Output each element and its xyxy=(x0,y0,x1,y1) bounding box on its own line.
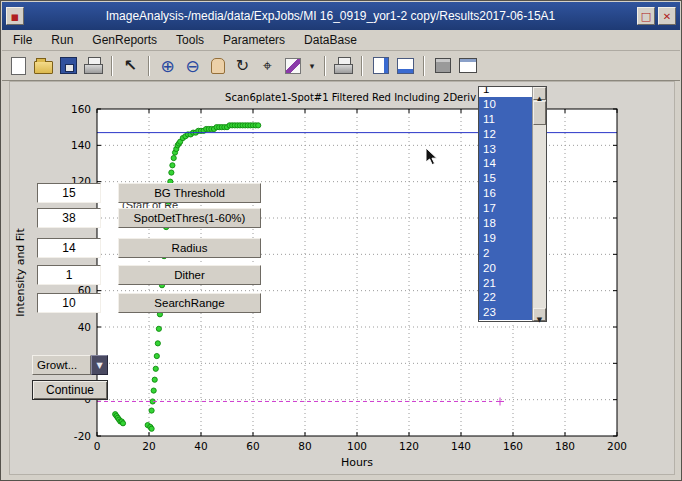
search-range-input[interactable] xyxy=(37,293,101,313)
svg-text:40: 40 xyxy=(78,321,91,333)
colorbar-icon[interactable] xyxy=(369,54,392,77)
svg-text:200: 200 xyxy=(607,440,627,452)
list-item-15[interactable]: 15 xyxy=(479,171,532,186)
brush-icon[interactable] xyxy=(281,54,304,77)
svg-text:40: 40 xyxy=(194,440,207,452)
scrollbar-thumb[interactable] xyxy=(533,101,546,125)
list-item-1[interactable]: 1 xyxy=(479,87,532,97)
brush-caret-icon[interactable]: ▾ xyxy=(306,54,318,77)
growth-dropdown[interactable]: Growt... xyxy=(32,355,108,375)
menu-file[interactable]: File xyxy=(13,33,32,47)
list-item-14[interactable]: 14 xyxy=(479,156,532,171)
svg-text:20: 20 xyxy=(142,440,155,452)
zoom-in-icon[interactable]: ⊕ xyxy=(156,54,179,77)
legend-icon[interactable] xyxy=(394,54,417,77)
menubar: FileRunGenReportsToolsParametersDataBase xyxy=(2,30,680,51)
dropdown-arrow-icon[interactable] xyxy=(91,355,108,375)
menu-run[interactable]: Run xyxy=(51,33,73,47)
svg-text:140: 140 xyxy=(71,139,91,151)
spot-det-thres-input[interactable] xyxy=(37,208,101,228)
window-title: ImageAnalysis-/media/data/ExpJobs/MI 16_… xyxy=(27,9,634,23)
svg-text:60: 60 xyxy=(246,440,259,452)
svg-text:0: 0 xyxy=(94,440,101,452)
menu-parameters[interactable]: Parameters xyxy=(223,33,285,47)
new-document-icon[interactable] xyxy=(7,54,30,77)
toolbar-separator xyxy=(423,56,425,76)
zoom-out-icon[interactable]: ⊖ xyxy=(181,54,204,77)
dither-input[interactable] xyxy=(37,265,101,285)
menu-database[interactable]: DataBase xyxy=(304,33,357,47)
scroll-up-icon[interactable] xyxy=(533,87,546,100)
number-listbox: 110111213141516171819220212223 xyxy=(478,86,547,322)
y-axis-label: Intensity and Fit xyxy=(14,228,27,317)
list-item-2[interactable]: 2 xyxy=(479,246,532,261)
svg-text:80: 80 xyxy=(298,440,311,452)
menu-genreports[interactable]: GenReports xyxy=(92,33,157,47)
figure-area: 020406080100120140160180200-200204060801… xyxy=(9,81,675,475)
data-cursor-icon[interactable]: ⌖ xyxy=(256,54,279,77)
bg-threshold-input[interactable] xyxy=(37,183,101,203)
scroll-down-icon[interactable] xyxy=(533,308,546,321)
print-figure-icon[interactable] xyxy=(332,54,355,77)
open-folder-icon[interactable] xyxy=(32,54,55,77)
close-button[interactable] xyxy=(658,7,676,25)
list-item-17[interactable]: 17 xyxy=(479,201,532,216)
maximize-button[interactable] xyxy=(637,7,655,25)
radius-label-button[interactable]: Radius xyxy=(118,238,261,258)
svg-text:100: 100 xyxy=(347,440,367,452)
svg-text:160: 160 xyxy=(71,103,91,115)
dock-icon[interactable] xyxy=(431,54,454,77)
list-item-12[interactable]: 12 xyxy=(479,127,532,142)
pan-icon[interactable] xyxy=(206,54,229,77)
titlebar: ImageAnalysis-/media/data/ExpJobs/MI 16_… xyxy=(2,2,680,30)
menu-tools[interactable]: Tools xyxy=(176,33,204,47)
radius-input[interactable] xyxy=(37,238,101,258)
toolbar-separator xyxy=(111,56,113,76)
window-menu-button[interactable] xyxy=(6,7,24,25)
svg-text:160: 160 xyxy=(503,440,523,452)
listbox-scrollbar[interactable] xyxy=(532,87,546,321)
toolbar-separator xyxy=(324,56,326,76)
continue-button[interactable]: Continue xyxy=(32,380,108,400)
app-window: ImageAnalysis-/media/data/ExpJobs/MI 16_… xyxy=(0,0,682,481)
toolbar-separator xyxy=(361,56,363,76)
list-item-23[interactable]: 23 xyxy=(479,305,532,320)
rotate-icon[interactable]: ↻ xyxy=(231,54,254,77)
spot-det-thres-label-button[interactable]: SpotDetThres(1-60%) xyxy=(118,208,261,228)
toolbar: ↖⊕⊖↻⌖▾ xyxy=(2,51,680,81)
list-item-16[interactable]: 16 xyxy=(479,186,532,201)
list-item-13[interactable]: 13 xyxy=(479,142,532,157)
toolbar-separator xyxy=(148,56,150,76)
svg-text:140: 140 xyxy=(451,440,471,452)
save-icon[interactable] xyxy=(57,54,80,77)
svg-text:120: 120 xyxy=(399,440,419,452)
search-range-label-button[interactable]: SearchRange xyxy=(118,293,261,313)
listbox-items: 110111213141516171819220212223 xyxy=(479,87,532,321)
list-item-18[interactable]: 18 xyxy=(479,216,532,231)
window-icon[interactable] xyxy=(456,54,479,77)
growth-dropdown-value: Growt... xyxy=(32,355,91,375)
bg-threshold-label-button[interactable]: BG Threshold xyxy=(118,183,261,203)
list-item-10[interactable]: 10 xyxy=(479,97,532,112)
mouse-cursor-icon xyxy=(425,147,439,166)
list-item-21[interactable]: 21 xyxy=(479,276,532,291)
list-item-22[interactable]: 22 xyxy=(479,290,532,305)
print-icon[interactable] xyxy=(82,54,105,77)
pointer-icon[interactable]: ↖ xyxy=(119,54,142,77)
list-item-20[interactable]: 20 xyxy=(479,261,532,276)
dither-label-button[interactable]: Dither xyxy=(118,265,261,285)
x-axis-label: Hours xyxy=(341,456,373,469)
plot-svg: 020406080100120140160180200-200204060801… xyxy=(10,82,676,476)
list-item-11[interactable]: 11 xyxy=(479,112,532,127)
chart-title: Scan6plate1-Spot#1 Filtered Red Includin… xyxy=(225,92,489,103)
svg-text:180: 180 xyxy=(555,440,575,452)
list-item-19[interactable]: 19 xyxy=(479,231,532,246)
svg-text:-20: -20 xyxy=(74,430,91,442)
